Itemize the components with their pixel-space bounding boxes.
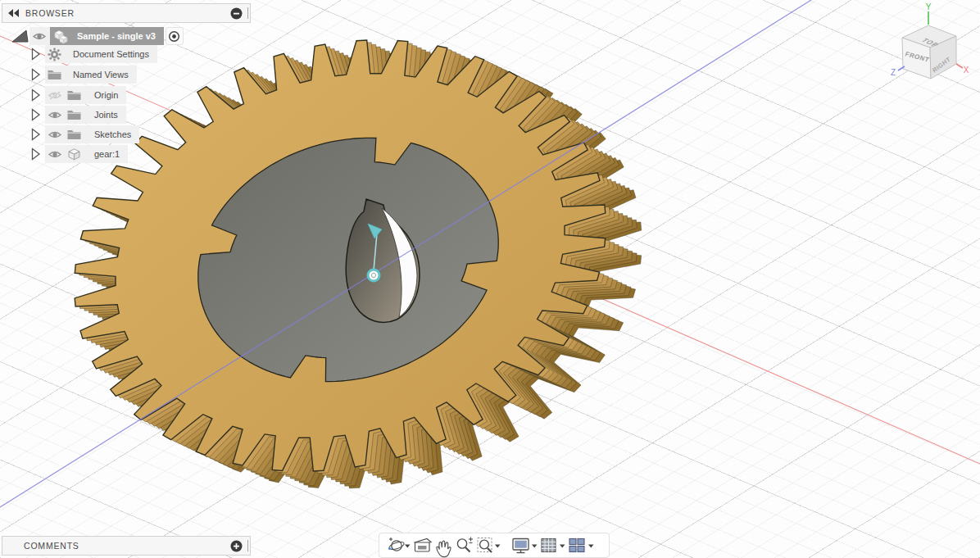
z-axis-label[interactable]: Z — [891, 68, 896, 77]
panel-resize-handle[interactable] — [247, 540, 248, 551]
look-at-tool-button[interactable] — [415, 539, 431, 552]
orbit-dropdown-caret[interactable] — [405, 545, 411, 548]
viewports-button[interactable] — [569, 539, 584, 552]
orbit-tool-button[interactable] — [388, 538, 405, 551]
tree-item-label: Joints — [94, 110, 118, 120]
add-comment-icon[interactable] — [230, 540, 243, 552]
x-axis-label[interactable]: X — [964, 66, 969, 75]
zoom-tool-button[interactable] — [457, 538, 473, 552]
root-component-label: Sample - single v3 — [77, 31, 156, 41]
panel-resize-handle[interactable] — [247, 7, 248, 19]
navigation-toolbar — [379, 533, 610, 558]
visibility-eye-icon[interactable] — [29, 27, 50, 45]
tree-item-label: Sketches — [94, 129, 131, 139]
folder-icon — [48, 69, 61, 80]
browser-panel-header[interactable]: BROWSER — [2, 3, 251, 23]
fit-tool-button[interactable] — [478, 538, 492, 553]
comments-panel-header[interactable]: COMMENTS — [2, 536, 251, 556]
gear-icon — [48, 48, 61, 61]
folder-icon — [67, 109, 81, 120]
expand-arrow-icon[interactable] — [31, 88, 41, 105]
tree-item-label: Named Views — [73, 70, 129, 79]
expand-arrow-icon[interactable] — [31, 128, 41, 144]
body-cube-icon — [67, 147, 81, 161]
folder-icon — [67, 89, 81, 101]
expand-arrow-icon[interactable] — [31, 147, 41, 164]
tree-item-sketches[interactable]: Sketches — [0, 125, 139, 143]
folder-icon — [67, 129, 81, 140]
tree-item-root[interactable]: Sample - single v3 — [0, 27, 184, 45]
selected-component-row[interactable]: Sample - single v3 — [50, 27, 164, 45]
grid-dropdown-caret[interactable] — [560, 545, 565, 548]
component-icon — [52, 29, 69, 44]
activate-component-radio[interactable] — [166, 27, 184, 45]
y-axis-label[interactable]: Y — [926, 2, 932, 11]
expand-arrow-icon[interactable] — [31, 68, 41, 84]
display-dropdown-caret[interactable] — [532, 545, 538, 548]
visibility-eye-icon[interactable] — [48, 149, 62, 160]
collapse-panel-icon[interactable] — [8, 9, 20, 17]
viewcube-x-axis — [956, 64, 963, 68]
expand-arrow-icon[interactable] — [31, 48, 41, 64]
tree-item-gear-1[interactable]: gear:1 — [0, 145, 128, 163]
tree-item-label: Origin — [94, 90, 118, 100]
tree-item-document-settings[interactable]: Document Settings — [0, 45, 157, 63]
visibility-eye-icon[interactable] — [48, 110, 62, 120]
visibility-eye-icon[interactable] — [48, 129, 62, 140]
comments-title: COMMENTS — [24, 541, 79, 551]
viewports-dropdown-caret[interactable] — [588, 545, 594, 548]
tree-item-joints[interactable]: Joints — [0, 106, 126, 124]
display-settings-button[interactable] — [513, 539, 529, 553]
application-window: TOP FRONT RIGHT Y Z X BROWSER — [0, 0, 980, 558]
grid-snaps-button[interactable] — [542, 539, 556, 552]
viewcube[interactable]: TOP FRONT RIGHT Y Z X — [891, 2, 969, 79]
minimize-panel-icon[interactable] — [230, 7, 243, 20]
browser-title: BROWSER — [25, 8, 75, 18]
tree-item-named-views[interactable]: Named Views — [0, 66, 137, 84]
visibility-hidden-eye-icon[interactable] — [48, 90, 62, 101]
expand-arrow-icon[interactable] — [31, 108, 41, 125]
expanded-arrow-icon[interactable] — [11, 29, 29, 46]
pan-tool-button[interactable] — [437, 541, 451, 556]
fit-dropdown-caret[interactable] — [495, 545, 501, 548]
tree-item-label: Document Settings — [73, 49, 149, 59]
tree-item-label: gear:1 — [94, 149, 120, 159]
viewport-scene: TOP FRONT RIGHT Y Z X — [0, 0, 980, 558]
tree-item-origin[interactable]: Origin — [0, 86, 126, 104]
